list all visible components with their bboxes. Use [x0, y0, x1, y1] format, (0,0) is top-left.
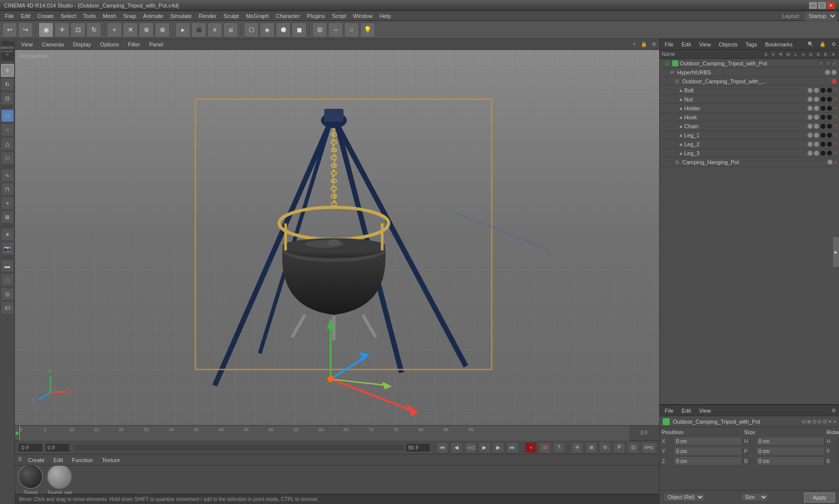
live-selection-button[interactable]: ◉: [38, 22, 53, 37]
goto-start-button[interactable]: ⏮: [436, 442, 448, 453]
obj-row-camping-pot[interactable]: ⊡ Camping_Hanging_Pot ●: [660, 158, 839, 167]
vp-icon-lock[interactable]: 🔒: [641, 41, 647, 47]
obj-row-holder[interactable]: ▲ Holder ✕: [660, 104, 839, 113]
maximize-button[interactable]: □: [818, 2, 826, 9]
loop-button[interactable]: ↻: [599, 442, 611, 453]
render-settings-button[interactable]: ⚙: [207, 22, 222, 37]
pos-z-input[interactable]: [674, 457, 742, 466]
obj-row-root[interactable]: ⊡ Outdoor_Camping_Tripod_with_Pot · · ✓: [660, 59, 839, 68]
root-flag-v[interactable]: ·: [825, 60, 831, 66]
mat-create[interactable]: Create: [25, 457, 47, 464]
size-b-input[interactable]: [756, 457, 825, 466]
attr-settings-icon[interactable]: ⚙: [832, 408, 836, 413]
vp-view-menu[interactable]: View: [18, 41, 36, 48]
point-mode-button[interactable]: ◈: [260, 22, 275, 37]
vp-panel-menu[interactable]: Panel: [146, 41, 166, 48]
render-pic-button[interactable]: ⬛: [191, 22, 206, 37]
vp-options-menu[interactable]: Options: [97, 41, 122, 48]
current-frame-input[interactable]: [18, 443, 43, 452]
menu-render[interactable]: Render: [196, 12, 220, 20]
size-p-input[interactable]: [756, 447, 825, 456]
tool-cube[interactable]: □: [1, 109, 14, 122]
preview-button[interactable]: P: [613, 442, 625, 453]
snap-button[interactable]: ⊞: [312, 22, 327, 37]
poly-mode-button[interactable]: ◼: [292, 22, 307, 37]
auto-record-button[interactable]: ⚙: [539, 442, 551, 453]
obj-row-chain[interactable]: ▲ Chain ✕: [660, 122, 839, 131]
motion-mode-button[interactable]: ✛: [571, 442, 583, 453]
tool-generator[interactable]: ⊞: [1, 211, 14, 224]
undo-button[interactable]: ↩: [2, 22, 17, 37]
obj-row-outdoor2[interactable]: ⊡ Outdoor_Camping_Tripod_with_...: [660, 77, 839, 86]
obj-file-menu[interactable]: File: [663, 40, 676, 48]
tool-nurbs[interactable]: ⊓: [1, 183, 14, 196]
obj-row-leg3[interactable]: ▲ Leg_3 ✕: [660, 149, 839, 158]
menu-select[interactable]: Select: [58, 12, 79, 20]
vp-cameras-menu[interactable]: Cameras: [39, 41, 67, 48]
vp-icon-plus[interactable]: +: [633, 41, 636, 47]
obj-row-leg1[interactable]: ▲ Leg_1 ✕: [660, 131, 839, 140]
new-obj-button[interactable]: +: [107, 22, 122, 37]
soft-sel-button[interactable]: ○: [344, 22, 359, 37]
mat-function[interactable]: Function: [69, 457, 96, 464]
tool-deformer[interactable]: ⌖: [1, 197, 14, 210]
obj-row-bolt[interactable]: ▲ Bolt ✕: [660, 86, 839, 95]
attr-edit-menu[interactable]: Edit: [680, 407, 693, 415]
obj-search-icon[interactable]: 🔍: [808, 41, 814, 47]
vp-display-menu[interactable]: Display: [70, 41, 94, 48]
obj-row-nut[interactable]: ▲ Nut ✕: [660, 95, 839, 104]
vp-icon-settings[interactable]: ⚙: [652, 41, 656, 47]
layout-selector[interactable]: Startup: [804, 11, 837, 21]
viewport[interactable]: X Y Z Perspective: [15, 50, 659, 425]
attr-view-menu[interactable]: View: [697, 407, 713, 415]
menu-window[interactable]: Window: [350, 12, 376, 20]
menu-snap[interactable]: Snap: [120, 12, 139, 20]
root-flag-s[interactable]: ·: [818, 60, 824, 66]
obj-objects-menu[interactable]: Objects: [717, 40, 739, 48]
tool-rotate[interactable]: ↻: [1, 78, 14, 91]
menu-help[interactable]: Help: [377, 12, 394, 20]
close-button[interactable]: ✕: [827, 2, 835, 9]
scale-button[interactable]: ⊡: [70, 22, 85, 37]
obj-mode-button[interactable]: ⬡: [244, 22, 259, 37]
tool-camera[interactable]: 📷: [1, 242, 14, 255]
apply-button[interactable]: Apply: [804, 493, 835, 503]
tool-scale[interactable]: ⊡: [1, 92, 14, 105]
tool-tag[interactable]: 🏷: [1, 301, 14, 314]
menu-mograph[interactable]: MoGraph: [243, 12, 272, 20]
render-queue-button[interactable]: ▤: [223, 22, 238, 37]
play-button[interactable]: ▶: [478, 442, 490, 453]
menu-create[interactable]: Create: [34, 12, 57, 20]
next-frame-button[interactable]: ▶: [492, 442, 504, 453]
size-mode-select[interactable]: Size Scale: [741, 493, 768, 502]
tool-sky[interactable]: ◌: [1, 273, 14, 286]
menu-edit[interactable]: Edit: [18, 12, 33, 20]
menu-character[interactable]: Character: [273, 12, 303, 20]
frame-scrubber[interactable]: [76, 446, 404, 450]
tool-sphere[interactable]: ○: [1, 123, 14, 136]
render-region-button[interactable]: ▶: [175, 22, 190, 37]
light-button[interactable]: 💡: [360, 22, 375, 37]
tool-move[interactable]: ✛: [1, 64, 14, 77]
tool-cone[interactable]: △: [1, 137, 14, 150]
timeline-ruler[interactable]: 0 5 10 15 20 25 30 35 40 45 50 55 60 65 …: [19, 426, 629, 441]
power-button[interactable]: ⊡: [627, 442, 639, 453]
onion-skin-button[interactable]: ⊞: [585, 442, 597, 453]
tool-floor[interactable]: ▬: [1, 259, 14, 272]
tool3-button[interactable]: ⊗: [155, 22, 170, 37]
fps-button[interactable]: FPS: [641, 442, 656, 453]
mat-edit[interactable]: Edit: [50, 457, 66, 464]
menu-animate[interactable]: Animate: [140, 12, 166, 20]
obj-view-menu[interactable]: View: [697, 40, 713, 48]
record-button[interactable]: ●: [525, 442, 537, 453]
sym-button[interactable]: ↔: [328, 22, 343, 37]
obj-row-leg2[interactable]: ▲ Leg_2 ✕: [660, 140, 839, 149]
tool-cylinder[interactable]: ⬭: [1, 151, 14, 164]
size-h-input[interactable]: [756, 437, 825, 446]
mat-texture[interactable]: Texture: [99, 457, 123, 464]
tool2-button[interactable]: ⊕: [139, 22, 154, 37]
menu-file[interactable]: File: [2, 12, 17, 20]
material-tourist-pot[interactable]: Tourist_pot: [47, 466, 72, 494]
tool1-button[interactable]: ✕: [123, 22, 138, 37]
keyframe-button[interactable]: ?: [553, 442, 565, 453]
